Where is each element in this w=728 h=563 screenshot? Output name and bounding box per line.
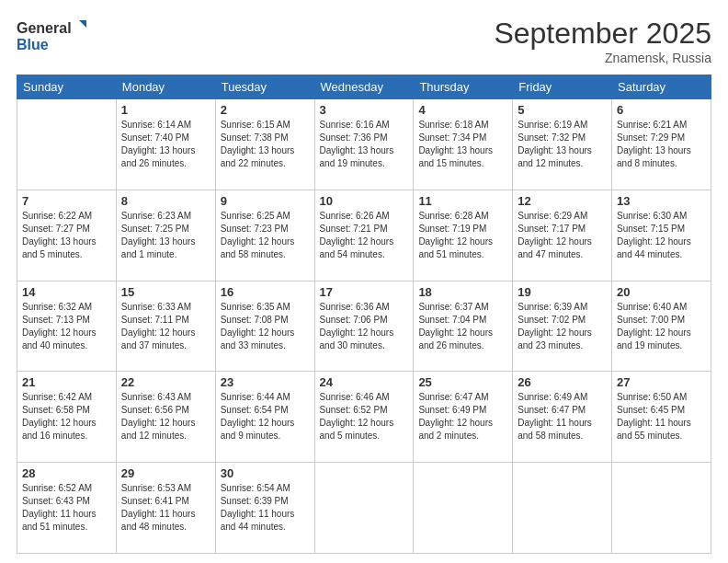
day-number: 28 bbox=[22, 466, 111, 480]
day-number: 24 bbox=[320, 375, 409, 389]
calendar-week-row: 1Sunrise: 6:14 AM Sunset: 7:40 PM Daylig… bbox=[17, 99, 711, 190]
day-info: Sunrise: 6:23 AM Sunset: 7:25 PM Dayligh… bbox=[121, 210, 210, 261]
day-number: 2 bbox=[221, 103, 310, 117]
title-area: September 2025 Znamensk, Russia bbox=[494, 17, 711, 65]
table-row: 5Sunrise: 6:19 AM Sunset: 7:32 PM Daylig… bbox=[513, 99, 612, 190]
day-info: Sunrise: 6:19 AM Sunset: 7:32 PM Dayligh… bbox=[518, 119, 607, 170]
table-row: 11Sunrise: 6:28 AM Sunset: 7:19 PM Dayli… bbox=[414, 190, 513, 281]
day-number: 20 bbox=[617, 285, 706, 299]
table-row: 24Sunrise: 6:46 AM Sunset: 6:52 PM Dayli… bbox=[314, 372, 414, 463]
table-row: 23Sunrise: 6:44 AM Sunset: 6:54 PM Dayli… bbox=[215, 372, 314, 463]
day-number: 13 bbox=[617, 194, 706, 208]
day-info: Sunrise: 6:30 AM Sunset: 7:15 PM Dayligh… bbox=[617, 210, 706, 261]
svg-marker-2 bbox=[79, 20, 86, 28]
table-row: 27Sunrise: 6:50 AM Sunset: 6:45 PM Dayli… bbox=[612, 372, 711, 463]
day-info: Sunrise: 6:14 AM Sunset: 7:40 PM Dayligh… bbox=[121, 119, 210, 170]
table-row: 20Sunrise: 6:40 AM Sunset: 7:00 PM Dayli… bbox=[612, 281, 711, 372]
day-number: 21 bbox=[22, 375, 111, 389]
day-number: 12 bbox=[518, 194, 607, 208]
day-info: Sunrise: 6:28 AM Sunset: 7:19 PM Dayligh… bbox=[418, 210, 507, 261]
calendar-week-row: 28Sunrise: 6:52 AM Sunset: 6:43 PM Dayli… bbox=[17, 463, 711, 554]
svg-text:Blue: Blue bbox=[17, 37, 49, 52]
table-row: 7Sunrise: 6:22 AM Sunset: 7:27 PM Daylig… bbox=[17, 190, 117, 281]
table-row: 6Sunrise: 6:21 AM Sunset: 7:29 PM Daylig… bbox=[612, 99, 711, 190]
day-number: 3 bbox=[320, 103, 409, 117]
table-row: 18Sunrise: 6:37 AM Sunset: 7:04 PM Dayli… bbox=[414, 281, 513, 372]
table-row: 22Sunrise: 6:43 AM Sunset: 6:56 PM Dayli… bbox=[116, 372, 215, 463]
table-row: 2Sunrise: 6:15 AM Sunset: 7:38 PM Daylig… bbox=[215, 99, 314, 190]
header-monday: Monday bbox=[116, 75, 215, 99]
table-row: 15Sunrise: 6:33 AM Sunset: 7:11 PM Dayli… bbox=[116, 281, 215, 372]
day-number: 7 bbox=[22, 194, 111, 208]
table-row: 1Sunrise: 6:14 AM Sunset: 7:40 PM Daylig… bbox=[116, 99, 215, 190]
table-row: 28Sunrise: 6:52 AM Sunset: 6:43 PM Dayli… bbox=[17, 463, 117, 554]
header: General Blue September 2025 Znamensk, Ru… bbox=[17, 17, 711, 65]
day-info: Sunrise: 6:50 AM Sunset: 6:45 PM Dayligh… bbox=[617, 391, 706, 442]
table-row: 17Sunrise: 6:36 AM Sunset: 7:06 PM Dayli… bbox=[314, 281, 414, 372]
day-info: Sunrise: 6:22 AM Sunset: 7:27 PM Dayligh… bbox=[22, 210, 111, 261]
table-row: 26Sunrise: 6:49 AM Sunset: 6:47 PM Dayli… bbox=[513, 372, 612, 463]
table-row: 21Sunrise: 6:42 AM Sunset: 6:58 PM Dayli… bbox=[17, 372, 117, 463]
day-number: 4 bbox=[418, 103, 507, 117]
day-info: Sunrise: 6:46 AM Sunset: 6:52 PM Dayligh… bbox=[320, 391, 409, 442]
header-friday: Friday bbox=[513, 75, 612, 99]
day-info: Sunrise: 6:54 AM Sunset: 6:39 PM Dayligh… bbox=[221, 482, 310, 534]
day-number: 22 bbox=[121, 375, 210, 389]
day-info: Sunrise: 6:15 AM Sunset: 7:38 PM Dayligh… bbox=[221, 119, 310, 170]
day-number: 29 bbox=[121, 466, 210, 480]
day-number: 5 bbox=[518, 103, 607, 117]
table-row bbox=[314, 463, 414, 554]
day-number: 18 bbox=[418, 285, 507, 299]
day-number: 15 bbox=[121, 285, 210, 299]
day-info: Sunrise: 6:52 AM Sunset: 6:43 PM Dayligh… bbox=[22, 482, 111, 534]
day-info: Sunrise: 6:39 AM Sunset: 7:02 PM Dayligh… bbox=[518, 301, 607, 352]
day-number: 1 bbox=[121, 103, 210, 117]
day-info: Sunrise: 6:42 AM Sunset: 6:58 PM Dayligh… bbox=[22, 391, 111, 442]
day-number: 16 bbox=[221, 285, 310, 299]
day-info: Sunrise: 6:29 AM Sunset: 7:17 PM Dayligh… bbox=[518, 210, 607, 261]
table-row: 29Sunrise: 6:53 AM Sunset: 6:41 PM Dayli… bbox=[116, 463, 215, 554]
logo: General Blue bbox=[17, 17, 90, 53]
month-title: September 2025 bbox=[494, 17, 711, 51]
day-info: Sunrise: 6:18 AM Sunset: 7:34 PM Dayligh… bbox=[418, 119, 507, 170]
table-row bbox=[414, 463, 513, 554]
table-row: 3Sunrise: 6:16 AM Sunset: 7:36 PM Daylig… bbox=[314, 99, 414, 190]
table-row: 8Sunrise: 6:23 AM Sunset: 7:25 PM Daylig… bbox=[116, 190, 215, 281]
day-number: 19 bbox=[518, 285, 607, 299]
day-number: 9 bbox=[221, 194, 310, 208]
day-info: Sunrise: 6:33 AM Sunset: 7:11 PM Dayligh… bbox=[121, 301, 210, 352]
day-info: Sunrise: 6:35 AM Sunset: 7:08 PM Dayligh… bbox=[221, 301, 310, 352]
header-tuesday: Tuesday bbox=[215, 75, 314, 99]
table-row bbox=[17, 99, 117, 190]
day-info: Sunrise: 6:26 AM Sunset: 7:21 PM Dayligh… bbox=[320, 210, 409, 261]
calendar-week-row: 21Sunrise: 6:42 AM Sunset: 6:58 PM Dayli… bbox=[17, 372, 711, 463]
day-number: 6 bbox=[617, 103, 706, 117]
day-number: 14 bbox=[22, 285, 111, 299]
table-row: 13Sunrise: 6:30 AM Sunset: 7:15 PM Dayli… bbox=[612, 190, 711, 281]
day-number: 27 bbox=[617, 375, 706, 389]
day-info: Sunrise: 6:21 AM Sunset: 7:29 PM Dayligh… bbox=[617, 119, 706, 170]
header-wednesday: Wednesday bbox=[314, 75, 414, 99]
day-info: Sunrise: 6:47 AM Sunset: 6:49 PM Dayligh… bbox=[418, 391, 507, 442]
calendar-table: Sunday Monday Tuesday Wednesday Thursday… bbox=[17, 75, 711, 554]
day-number: 10 bbox=[320, 194, 409, 208]
page: General Blue September 2025 Znamensk, Ru… bbox=[0, 0, 728, 563]
day-info: Sunrise: 6:44 AM Sunset: 6:54 PM Dayligh… bbox=[221, 391, 310, 442]
logo-icon: General Blue bbox=[17, 17, 90, 53]
table-row: 19Sunrise: 6:39 AM Sunset: 7:02 PM Dayli… bbox=[513, 281, 612, 372]
table-row bbox=[513, 463, 612, 554]
table-row: 14Sunrise: 6:32 AM Sunset: 7:13 PM Dayli… bbox=[17, 281, 117, 372]
day-info: Sunrise: 6:25 AM Sunset: 7:23 PM Dayligh… bbox=[221, 210, 310, 261]
header-sunday: Sunday bbox=[17, 75, 117, 99]
table-row: 16Sunrise: 6:35 AM Sunset: 7:08 PM Dayli… bbox=[215, 281, 314, 372]
day-info: Sunrise: 6:49 AM Sunset: 6:47 PM Dayligh… bbox=[518, 391, 607, 442]
day-info: Sunrise: 6:53 AM Sunset: 6:41 PM Dayligh… bbox=[121, 482, 210, 534]
header-thursday: Thursday bbox=[414, 75, 513, 99]
table-row bbox=[612, 463, 711, 554]
day-number: 17 bbox=[320, 285, 409, 299]
calendar-week-row: 14Sunrise: 6:32 AM Sunset: 7:13 PM Dayli… bbox=[17, 281, 711, 372]
day-number: 25 bbox=[418, 375, 507, 389]
table-row: 10Sunrise: 6:26 AM Sunset: 7:21 PM Dayli… bbox=[314, 190, 414, 281]
table-row: 12Sunrise: 6:29 AM Sunset: 7:17 PM Dayli… bbox=[513, 190, 612, 281]
table-row: 30Sunrise: 6:54 AM Sunset: 6:39 PM Dayli… bbox=[215, 463, 314, 554]
